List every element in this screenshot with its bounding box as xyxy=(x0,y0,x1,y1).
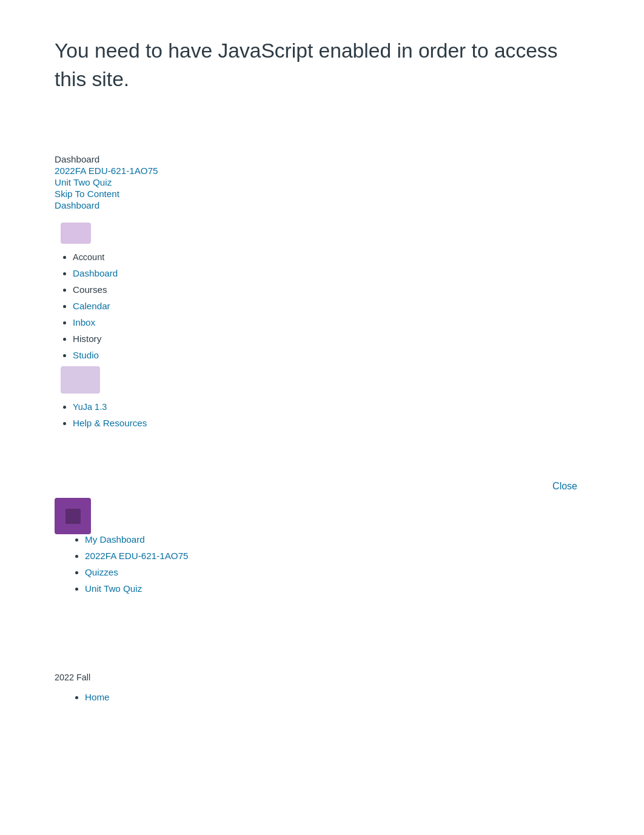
secondary-nav-my-dashboard[interactable]: My Dashboard xyxy=(85,534,589,545)
breadcrumb-dashboard-static: Dashboard xyxy=(55,154,589,164)
close-section: Close xyxy=(55,481,589,492)
account-text: Account xyxy=(73,252,589,262)
course-section: 2022 Fall Home xyxy=(0,672,644,703)
nav-item-courses: Courses xyxy=(73,284,589,295)
secondary-nav-link-my-dashboard[interactable]: My Dashboard xyxy=(85,534,145,545)
secondary-nav-link-course[interactable]: 2022FA EDU-621-1AO75 xyxy=(85,551,189,561)
secondary-nav-link-quizzes[interactable]: Quizzes xyxy=(85,567,118,577)
user-avatar-inner xyxy=(65,509,81,524)
secondary-nav-course[interactable]: 2022FA EDU-621-1AO75 xyxy=(85,551,589,561)
nav-link-help[interactable]: Help & Resources xyxy=(73,418,147,428)
account-label-item: Account xyxy=(73,252,589,262)
breadcrumb-dashboard-link[interactable]: Dashboard xyxy=(55,200,589,210)
js-warning-section: You need to have JavaScript enabled in o… xyxy=(55,36,589,93)
secondary-nav-list: My Dashboard 2022FA EDU-621-1AO75 Quizze… xyxy=(55,534,589,594)
yuja-avatar-item xyxy=(61,366,589,395)
nav-item-dashboard[interactable]: Dashboard xyxy=(73,268,589,278)
secondary-nav-unit-two-quiz[interactable]: Unit Two Quiz xyxy=(85,583,589,594)
course-nav-home[interactable]: Home xyxy=(85,692,644,703)
nav-link-studio[interactable]: Studio xyxy=(73,350,99,360)
breadcrumb-skip-link[interactable]: Skip To Content xyxy=(55,189,589,199)
breadcrumb-course-link[interactable]: 2022FA EDU-621-1AO75 xyxy=(55,166,589,176)
nav-text-history: History xyxy=(73,334,101,344)
user-profile-section xyxy=(55,498,589,534)
nav-item-empty xyxy=(61,434,589,444)
global-nav-list: Account Dashboard Courses Calendar Inbox… xyxy=(55,223,589,444)
nav-link-dashboard[interactable]: Dashboard xyxy=(73,268,118,278)
nav-item-calendar[interactable]: Calendar xyxy=(73,301,589,311)
user-avatar xyxy=(55,498,91,534)
close-button[interactable]: Close xyxy=(552,481,577,492)
nav-item-help[interactable]: Help & Resources xyxy=(73,418,589,428)
nav-item-studio[interactable]: Studio xyxy=(73,350,589,360)
nav-item-yuja[interactable]: YuJa 1.3 xyxy=(73,401,589,412)
yuja-avatar xyxy=(61,366,100,394)
breadcrumb-quiz-link[interactable]: Unit Two Quiz xyxy=(55,177,589,187)
course-nav-link-home[interactable]: Home xyxy=(85,692,110,702)
js-warning-text: You need to have JavaScript enabled in o… xyxy=(55,36,589,93)
account-avatar xyxy=(61,223,91,244)
nav-item-inbox[interactable]: Inbox xyxy=(73,317,589,327)
nav-link-inbox[interactable]: Inbox xyxy=(73,317,95,327)
breadcrumb-section: Dashboard 2022FA EDU-621-1AO75 Unit Two … xyxy=(55,154,589,210)
nav-item-history: History xyxy=(73,334,589,344)
secondary-nav-link-unit-two-quiz[interactable]: Unit Two Quiz xyxy=(85,583,142,594)
nav-link-calendar[interactable]: Calendar xyxy=(73,301,110,311)
course-year-label: 2022 Fall xyxy=(55,672,644,682)
secondary-nav-quizzes[interactable]: Quizzes xyxy=(85,567,589,577)
avatar-item xyxy=(61,223,589,246)
nav-text-courses: Courses xyxy=(73,284,107,295)
course-nav-list: Home xyxy=(55,692,644,703)
global-nav-section: Account Dashboard Courses Calendar Inbox… xyxy=(55,223,589,444)
nav-link-yuja[interactable]: YuJa 1.3 xyxy=(73,402,589,412)
course-nav: Home xyxy=(55,692,644,703)
secondary-nav-section: My Dashboard 2022FA EDU-621-1AO75 Quizze… xyxy=(55,534,589,594)
